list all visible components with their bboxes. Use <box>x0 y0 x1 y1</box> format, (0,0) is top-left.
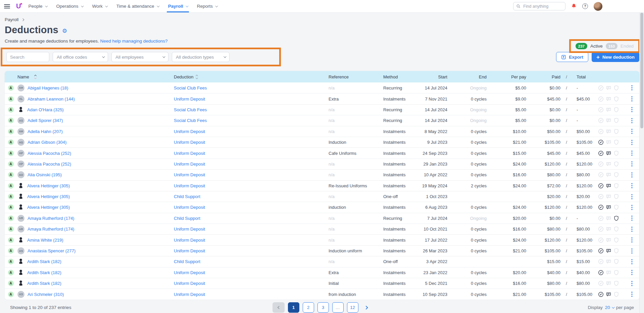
comment-icon[interactable] <box>606 237 611 243</box>
table-row[interactable]: A Ardith Stark (182) Uniform Deposit Ext… <box>5 267 639 278</box>
shield-icon[interactable] <box>613 139 619 145</box>
export-button[interactable]: Export <box>556 52 588 62</box>
page-button-12[interactable]: 12 <box>347 302 358 313</box>
shield-icon[interactable] <box>613 118 619 123</box>
shield-icon[interactable] <box>613 85 619 91</box>
comment-icon[interactable] <box>606 172 611 178</box>
row-menu-icon[interactable] <box>629 259 635 265</box>
help-icon[interactable]: ? <box>582 3 588 9</box>
comment-icon[interactable] <box>606 107 611 113</box>
comment-icon[interactable] <box>606 139 611 145</box>
scrollbar-thumb[interactable] <box>640 13 643 128</box>
deduction-link[interactable]: Uniform Deposit <box>174 183 205 188</box>
employee-link[interactable]: Abigail Hagenes (18) <box>28 85 68 90</box>
shield-icon[interactable] <box>613 226 619 232</box>
employee-link[interactable]: Ardith Stark (182) <box>27 259 61 264</box>
employee-link[interactable]: Ari Schmeler (310) <box>28 292 64 297</box>
row-menu-icon[interactable] <box>629 107 635 113</box>
edit-icon[interactable] <box>598 129 604 134</box>
vertical-scrollbar[interactable] <box>639 13 644 313</box>
shield-icon[interactable] <box>613 172 619 178</box>
nav-item-operations[interactable]: Operations <box>56 0 83 12</box>
comment-icon[interactable] <box>606 194 611 199</box>
deduction-link[interactable]: Uniform Deposit <box>174 227 205 232</box>
edit-icon[interactable] <box>598 226 604 232</box>
shield-icon[interactable] <box>613 183 619 189</box>
deduction-link[interactable]: Uniform Deposit <box>174 129 205 134</box>
comment-icon[interactable] <box>606 85 611 91</box>
page-button-3[interactable]: 3 <box>317 302 329 313</box>
employee-link[interactable]: Amaya Rutherford (174) <box>28 216 74 221</box>
employee-link[interactable]: Alia Osinski (195) <box>28 172 62 177</box>
deduction-link[interactable]: Uniform Deposit <box>174 270 205 275</box>
deduction-link[interactable]: Uniform Deposit <box>174 281 205 286</box>
edit-icon[interactable] <box>598 96 604 102</box>
employee-link[interactable]: Ardith Stark (182) <box>27 270 61 275</box>
edit-icon[interactable] <box>598 215 604 221</box>
edit-icon[interactable] <box>598 292 604 297</box>
edit-icon[interactable] <box>598 204 604 210</box>
table-row[interactable]: A AP Alessia Pacocha (252) Uniform Depos… <box>5 147 639 158</box>
table-row[interactable]: A Amina White (219) Uniform Deposit n/a … <box>5 234 639 245</box>
active-label[interactable]: Active <box>590 44 603 49</box>
global-search[interactable] <box>513 2 565 10</box>
per-page-select[interactable]: 20 <box>605 305 614 310</box>
deduction-link[interactable]: Uniform Deposit <box>174 292 205 297</box>
edit-icon[interactable] <box>598 194 604 199</box>
row-menu-icon[interactable] <box>629 269 635 275</box>
new-deduction-button[interactable]: + New deduction <box>592 52 639 62</box>
edit-icon[interactable] <box>598 118 604 123</box>
page-ellipsis-button[interactable]: … <box>332 302 344 313</box>
row-menu-icon[interactable] <box>629 194 635 200</box>
row-menu-icon[interactable] <box>629 215 635 221</box>
comment-icon[interactable] <box>606 150 611 156</box>
employee-link[interactable]: Alvera Hettinger (305) <box>27 183 70 188</box>
row-menu-icon[interactable] <box>629 248 635 254</box>
deduction-types-select[interactable]: All deduction types <box>172 52 230 62</box>
employee-link[interactable]: Adan O'Hara (325) <box>27 107 64 112</box>
search-input[interactable] <box>6 52 49 62</box>
row-menu-icon[interactable] <box>629 150 635 156</box>
table-row[interactable]: A AO Alia Osinski (195) Uniform Deposit … <box>5 169 639 180</box>
edit-icon[interactable] <box>598 139 604 145</box>
comment-icon[interactable] <box>606 215 611 221</box>
shield-icon[interactable] <box>613 248 619 254</box>
previous-page-button[interactable] <box>273 302 285 313</box>
employee-link[interactable]: Amina White (219) <box>27 238 63 243</box>
shield-icon[interactable] <box>613 161 619 167</box>
user-avatar[interactable] <box>594 2 602 11</box>
edit-icon[interactable] <box>598 107 604 113</box>
table-row[interactable]: A AH Adella Hahn (207) Uniform Deposit n… <box>5 126 639 137</box>
row-menu-icon[interactable] <box>629 118 635 124</box>
table-row[interactable]: A AL Abraham Leannon (144) Uniform Depos… <box>5 93 639 104</box>
help-managing-deductions-link[interactable]: Need help managing deductions? <box>100 39 167 44</box>
next-page-button[interactable] <box>362 302 372 313</box>
notifications-bell-icon[interactable] <box>571 3 577 9</box>
row-menu-icon[interactable] <box>629 85 635 91</box>
comment-icon[interactable] <box>606 226 611 232</box>
deduction-link[interactable]: Social Club Fees <box>174 85 207 90</box>
edit-icon[interactable] <box>598 161 604 167</box>
hamburger-menu-icon[interactable] <box>4 0 10 12</box>
table-row[interactable]: A AG Adrian Gibson (304) Uniform Deposit… <box>5 137 639 147</box>
comment-icon[interactable] <box>606 259 611 264</box>
row-menu-icon[interactable] <box>629 226 635 232</box>
edit-icon[interactable] <box>598 85 604 91</box>
deduction-link[interactable]: Child Support <box>174 259 200 264</box>
page-button-1[interactable]: 1 <box>288 302 299 313</box>
comment-icon[interactable] <box>606 270 611 275</box>
shield-icon[interactable] <box>613 204 619 210</box>
employee-link[interactable]: Alessia Pacocha (252) <box>28 162 71 167</box>
deduction-link[interactable]: Child Support <box>174 194 200 199</box>
deduction-link[interactable]: Uniform Deposit <box>174 140 205 145</box>
deduction-link[interactable]: Uniform Deposit <box>174 151 205 156</box>
shield-icon[interactable] <box>613 215 619 221</box>
shield-icon[interactable] <box>613 280 619 286</box>
shield-icon[interactable] <box>613 237 619 243</box>
nav-item-time-attendance[interactable]: Time & attendance <box>116 0 159 12</box>
table-row[interactable]: A AS Ari Schmeler (310) Uniform Deposit … <box>5 289 639 299</box>
edit-icon[interactable] <box>598 270 604 275</box>
global-search-input[interactable] <box>523 4 562 9</box>
nav-item-work[interactable]: Work <box>92 0 107 12</box>
employee-link[interactable]: Anastasia Spencer (277) <box>28 248 76 253</box>
